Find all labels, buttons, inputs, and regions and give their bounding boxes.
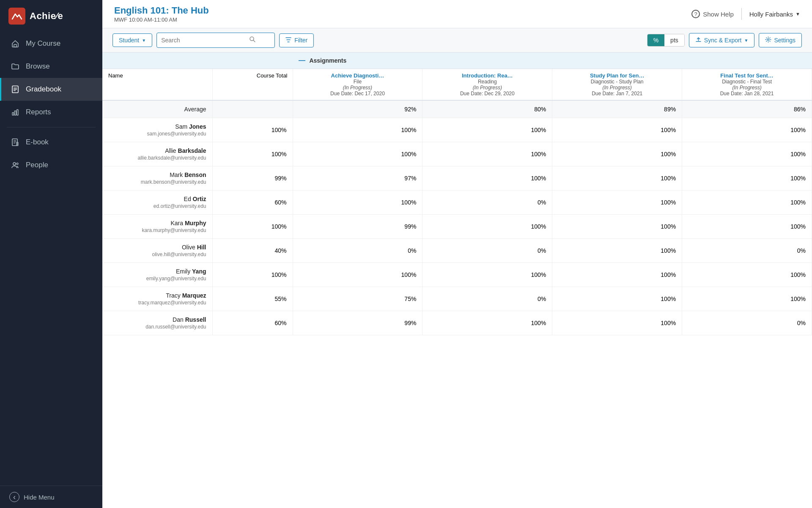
- assignment-1-status: (In Progress): [298, 85, 417, 91]
- assignment-4-status: (In Progress): [687, 85, 807, 91]
- course-total-column-header: Course Total: [212, 69, 293, 101]
- sidebar-item-label: Browse: [26, 62, 50, 71]
- student-score-4: 100%: [682, 166, 812, 190]
- student-first-name: Kara: [170, 220, 184, 226]
- student-name: Allie Barksdale: [108, 147, 206, 154]
- svg-rect-7: [17, 110, 19, 115]
- student-course-total: 60%: [212, 190, 293, 215]
- sidebar-nav: My Course Browse Gradebook Reports: [0, 32, 102, 177]
- assignment-4-due: Due Date: Jan 28, 2021: [687, 91, 807, 97]
- pts-score-button[interactable]: pts: [664, 34, 684, 46]
- student-score-2: 100%: [422, 118, 552, 142]
- student-first-name: Ed: [184, 196, 193, 202]
- search-input[interactable]: [161, 37, 246, 44]
- student-score-3: 100%: [552, 166, 682, 190]
- student-name-cell[interactable]: Sam Jones sam.jones@university.edu: [102, 118, 212, 142]
- sidebar-item-label: Gradebook: [26, 85, 61, 94]
- assignment-2-title: Introduction: Rea…: [428, 72, 547, 79]
- assignment-2-status: (In Progress): [428, 85, 547, 91]
- student-name-cell[interactable]: Olive Hill olive.hill@university.edu: [102, 239, 212, 263]
- student-name: Tracy Marquez: [108, 292, 206, 299]
- table-row: Tracy Marquez tracy.marquez@university.e…: [102, 287, 812, 311]
- assignment-4-type: Diagnostic - Final Test: [687, 79, 807, 85]
- show-help-label: Show Help: [703, 11, 734, 18]
- search-icon: [249, 36, 256, 44]
- student-name-cell[interactable]: Dan Russell dan.russell@university.edu: [102, 311, 212, 335]
- assignment-3-title: Study Plan for Sen…: [557, 72, 677, 79]
- svg-point-14: [16, 163, 18, 165]
- svg-point-13: [13, 163, 16, 165]
- sidebar-item-label: Reports: [26, 108, 51, 116]
- table-row: Sam Jones sam.jones@university.edu 100%1…: [102, 118, 812, 142]
- percent-score-button[interactable]: %: [647, 34, 664, 46]
- average-label: Average: [108, 106, 206, 113]
- assignment-3-type: Diagnostic - Study Plan: [557, 79, 677, 85]
- student-score-1: 100%: [293, 142, 422, 166]
- student-name-cell[interactable]: Kara Murphy kara.murphy@university.edu: [102, 215, 212, 239]
- sidebar-item-label: E-book: [26, 138, 49, 146]
- student-email: kara.murphy@university.edu: [108, 227, 206, 233]
- svg-rect-0: [14, 44, 16, 47]
- toolbar: Student ▼ Filter % pts Sync & Export ▼: [102, 28, 812, 52]
- home-icon: [11, 39, 20, 48]
- score-toggle: % pts: [647, 34, 685, 47]
- top-header: English 101: The Hub MWF 10:00 AM-11:00 …: [102, 0, 812, 28]
- search-box: [156, 33, 275, 48]
- table-row: Emily Yang emily.yang@university.edu 100…: [102, 263, 812, 287]
- sidebar-item-ebook[interactable]: E-book: [0, 131, 102, 154]
- gradebook-area[interactable]: — Assignments Name Course Total Achieve …: [102, 52, 812, 508]
- student-score-3: 100%: [552, 311, 682, 335]
- logo-area: Achie∕e: [0, 0, 102, 32]
- hide-menu-label: Hide Menu: [24, 494, 55, 501]
- student-name: Dan Russell: [108, 316, 206, 323]
- assignment-col-2: Introduction: Rea… Reading (In Progress)…: [422, 69, 552, 101]
- upload-icon: [695, 36, 702, 44]
- student-email: emily.yang@university.edu: [108, 276, 206, 282]
- student-email: mark.benson@university.edu: [108, 179, 206, 185]
- student-last-name: Marquez: [182, 292, 206, 299]
- student-name-cell[interactable]: Tracy Marquez tracy.marquez@university.e…: [102, 287, 212, 311]
- assignment-3-due: Due Date: Jan 7, 2021: [557, 91, 677, 97]
- sidebar: Achie∕e My Course Browse Gradebook: [0, 0, 102, 508]
- filter-icon: [285, 37, 291, 44]
- student-name: Sam Jones: [108, 123, 206, 130]
- student-first-name: Sam: [175, 123, 189, 130]
- student-name-cell[interactable]: Ed Ortiz ed.ortiz@university.edu: [102, 190, 212, 215]
- student-score-2: 0%: [422, 239, 552, 263]
- student-first-name: Dan: [173, 316, 185, 323]
- assignments-dash-icon: —: [299, 57, 305, 64]
- student-email: ed.ortiz@university.edu: [108, 203, 206, 209]
- hide-menu-btn[interactable]: ‹ Hide Menu: [0, 486, 102, 508]
- student-score-4: 100%: [682, 190, 812, 215]
- student-course-total: 55%: [212, 287, 293, 311]
- sidebar-item-reports[interactable]: Reports: [0, 101, 102, 124]
- student-score-1: 100%: [293, 263, 422, 287]
- student-course-total: 100%: [212, 118, 293, 142]
- student-score-1: 100%: [293, 190, 422, 215]
- student-name: Emily Yang: [108, 268, 206, 275]
- sidebar-item-browse[interactable]: Browse: [0, 55, 102, 78]
- student-email: tracy.marquez@university.edu: [108, 300, 206, 306]
- user-menu-button[interactable]: Holly Fairbanks ▼: [749, 11, 800, 18]
- sidebar-item-my-course[interactable]: My Course: [0, 32, 102, 55]
- student-last-name: Ortiz: [193, 196, 206, 202]
- settings-button[interactable]: Settings: [759, 33, 802, 47]
- show-help-button[interactable]: ? Show Help: [691, 10, 734, 18]
- student-name-cell[interactable]: Allie Barksdale allie.barksdale@universi…: [102, 142, 212, 166]
- sidebar-item-gradebook[interactable]: Gradebook: [0, 78, 102, 101]
- student-last-name: Yang: [192, 268, 206, 275]
- student-name-cell[interactable]: Mark Benson mark.benson@university.edu: [102, 166, 212, 190]
- student-last-name: Murphy: [185, 220, 206, 226]
- sidebar-item-people[interactable]: People: [0, 154, 102, 177]
- student-course-total: 40%: [212, 239, 293, 263]
- filter-button[interactable]: Filter: [279, 33, 314, 47]
- student-first-name: Tracy: [166, 292, 182, 299]
- student-name-cell[interactable]: Emily Yang emily.yang@university.edu: [102, 263, 212, 287]
- svg-line-16: [253, 40, 255, 42]
- svg-rect-6: [14, 111, 16, 115]
- sync-export-button[interactable]: Sync & Export ▼: [689, 33, 755, 47]
- student-dropdown-button[interactable]: Student ▼: [112, 33, 152, 47]
- main-content: English 101: The Hub MWF 10:00 AM-11:00 …: [102, 0, 812, 508]
- assignment-3-status: (In Progress): [557, 85, 677, 91]
- total-header-group: [212, 52, 293, 69]
